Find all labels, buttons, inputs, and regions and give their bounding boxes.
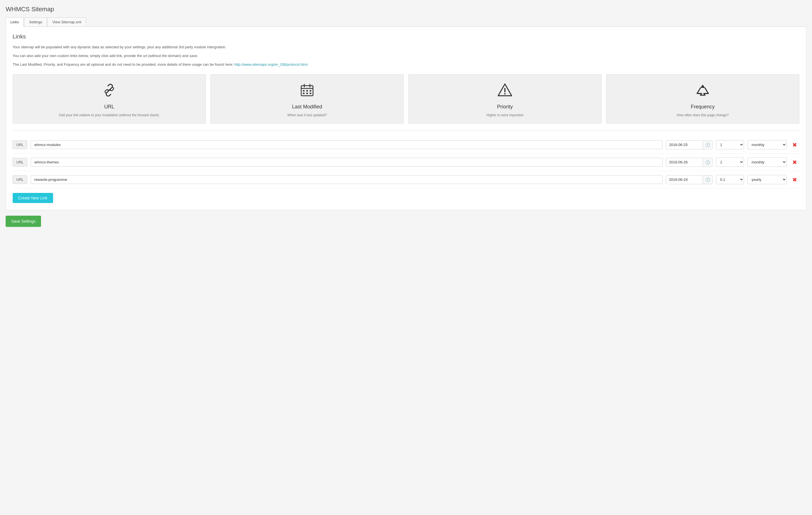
- svg-rect-8: [303, 90, 304, 92]
- svg-rect-10: [310, 90, 311, 92]
- priority-select[interactable]: 0.10.20.30.40.50.60.70.80.91: [716, 140, 744, 149]
- protocol-link[interactable]: http://www.sitemaps.org/en_GB/protocol.h…: [234, 62, 308, 66]
- info-card-last-modified: Last Modified When was it last updated?: [210, 74, 404, 124]
- desc3-suffix: .: [308, 62, 309, 66]
- frequency-select[interactable]: alwayshourlydailyweeklymonthlyyearlyneve…: [747, 140, 787, 149]
- recycle-icon: [612, 83, 793, 100]
- url-input[interactable]: [31, 175, 663, 184]
- url-card-title: URL: [19, 104, 200, 110]
- url-label: URL: [12, 175, 27, 184]
- priority-card-desc: Higher is more important: [414, 113, 596, 118]
- delete-link-button[interactable]: ✖: [790, 176, 800, 184]
- date-input[interactable]: [666, 158, 703, 166]
- tab-settings[interactable]: Settings: [24, 18, 47, 26]
- frequency-card-desc: How often does this page change?: [612, 113, 793, 118]
- section-title: Links: [12, 33, 800, 40]
- page-title: WHMCS Sitemap: [6, 6, 806, 13]
- info-card-frequency: Frequency How often does this page chang…: [606, 74, 800, 124]
- svg-rect-12: [306, 93, 308, 94]
- url-card-desc: Add your link relative to your installat…: [19, 113, 200, 118]
- tab-view-sitemap[interactable]: View Sitemap.xml: [48, 18, 86, 26]
- desc3-prefix: The Last Modified, Priority, and Frquenc…: [12, 62, 234, 66]
- info-cards-container: URL Add your link relative to your insta…: [12, 74, 800, 124]
- save-settings-button[interactable]: Save Settings: [6, 216, 41, 227]
- table-row: URL🕑0.10.20.30.40.50.60.70.80.91alwaysho…: [12, 136, 800, 154]
- calendar-icon: [216, 83, 398, 100]
- info-card-priority: Priority Higher is more important: [408, 74, 602, 124]
- svg-rect-9: [306, 90, 308, 92]
- table-row: URL🕑0.10.20.30.40.50.60.70.80.91alwaysho…: [12, 154, 800, 171]
- url-label: URL: [12, 141, 27, 149]
- priority-select[interactable]: 0.10.20.30.40.50.60.70.80.91: [716, 157, 744, 167]
- lastmod-card-desc: When was it last updated?: [216, 113, 398, 118]
- delete-link-button[interactable]: ✖: [790, 158, 800, 166]
- url-input[interactable]: [31, 141, 663, 149]
- table-row: URL🕑0.10.20.30.40.50.60.70.80.91alwaysho…: [12, 171, 800, 188]
- desc-line-2: You can also add your own custom links b…: [12, 53, 800, 59]
- frequency-select[interactable]: alwayshourlydailyweeklymonthlyyearlyneve…: [747, 157, 787, 167]
- create-new-link-button[interactable]: Create New Link: [12, 193, 53, 203]
- clock-icon: 🕑: [703, 176, 712, 184]
- svg-rect-11: [303, 93, 304, 94]
- url-input[interactable]: [31, 158, 663, 166]
- date-input-wrap: 🕑: [666, 158, 713, 167]
- warning-icon: [414, 83, 596, 100]
- date-input[interactable]: [666, 141, 703, 149]
- create-link-wrap: Create New Link: [12, 188, 800, 203]
- desc-line-1: Your sitemap will be populated with any …: [12, 44, 800, 50]
- lastmod-card-title: Last Modified: [216, 104, 398, 110]
- frequency-select[interactable]: alwayshourlydailyweeklymonthlyyearlyneve…: [747, 175, 787, 184]
- priority-select[interactable]: 0.10.20.30.40.50.60.70.80.91: [716, 175, 744, 184]
- links-container: URL🕑0.10.20.30.40.50.60.70.80.91alwaysho…: [12, 136, 800, 188]
- chain-icon: [19, 83, 200, 100]
- date-input-wrap: 🕑: [666, 141, 713, 149]
- description-block: Your sitemap will be populated with any …: [12, 44, 800, 67]
- svg-rect-13: [310, 93, 311, 94]
- main-content: Links Your sitemap will be populated wit…: [6, 27, 806, 210]
- date-input[interactable]: [666, 176, 703, 184]
- frequency-card-title: Frequency: [612, 104, 793, 110]
- tab-links[interactable]: Links: [6, 18, 24, 27]
- clock-icon: 🕑: [703, 158, 712, 166]
- svg-point-15: [504, 93, 506, 95]
- priority-card-title: Priority: [414, 104, 596, 110]
- tab-bar: Links Settings View Sitemap.xml: [6, 18, 806, 27]
- delete-link-button[interactable]: ✖: [790, 141, 800, 149]
- url-label: URL: [12, 158, 27, 166]
- clock-icon: 🕑: [703, 141, 712, 149]
- info-card-url: URL Add your link relative to your insta…: [12, 74, 206, 124]
- desc-line-3: The Last Modified, Priority, and Frquenc…: [12, 62, 800, 68]
- date-input-wrap: 🕑: [666, 175, 713, 184]
